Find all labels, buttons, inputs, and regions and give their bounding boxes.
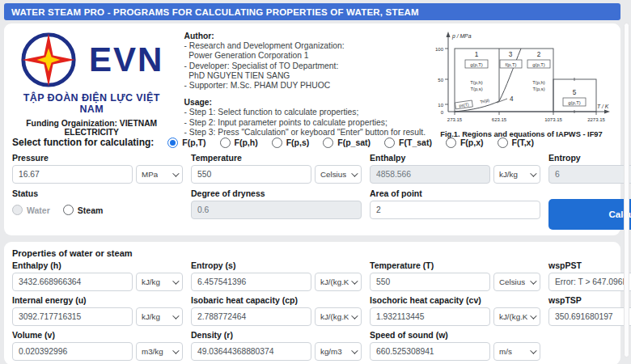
radio-f-tx[interactable]: F(T,x): [498, 138, 534, 148]
radio-f-psat[interactable]: F(p_sat): [323, 138, 371, 148]
author-line: - Research and Development Organization:: [184, 41, 426, 51]
cv-unit-select[interactable]: kJ/(kg.K): [493, 307, 540, 326]
cp-unit-select[interactable]: kJ/(kg.K): [315, 307, 362, 326]
calculation-field: Calculation: [548, 189, 631, 230]
chevron-down-icon: [530, 347, 536, 353]
internal-energy-u-unit-select[interactable]: kJ/kg: [136, 307, 183, 326]
speed-of-sound-w-unit-select[interactable]: m/s: [493, 342, 540, 361]
radio-f-ps[interactable]: F(p,s): [272, 138, 310, 148]
enthalpy-h-value-input[interactable]: [12, 273, 133, 291]
cp-value-input[interactable]: [191, 307, 311, 326]
app-window: WATER STEAM PRO - PROGRAMS FOR CALCULATI…: [0, 0, 631, 364]
wsptsp-value-input[interactable]: [548, 307, 631, 326]
chevron-down-icon: [351, 347, 358, 353]
radio-button-icon: [12, 205, 23, 215]
cv-value-input[interactable]: [370, 307, 490, 326]
usage-heading: Usage:: [184, 98, 426, 108]
usage-line: - Step 3: Press "Calculation" or keyboar…: [184, 128, 426, 138]
svg-text:T(p,h): T(p,h): [470, 80, 483, 85]
radio-button-icon: [167, 138, 178, 148]
chevron-down-icon: [530, 312, 536, 319]
result-enthalpy-h: Enthalpy (h) kJ/kg: [12, 261, 183, 291]
entropy-s-unit-select[interactable]: kJ/(kg.K): [315, 273, 362, 291]
radio-status-steam[interactable]: Steam: [63, 205, 104, 215]
status-field: Status Water Steam: [12, 189, 183, 230]
entropy-input: [548, 165, 631, 184]
enthalpy-unit-select[interactable]: kJ/kg: [493, 165, 540, 184]
radio-button-icon: [323, 138, 333, 148]
scrollbar-thumb[interactable]: [624, 23, 629, 358]
author-heading: Author:: [184, 32, 426, 41]
function-selector: Select function for calculating: F(p,T) …: [12, 136, 612, 149]
svg-text:T(p,s): T(p,s): [532, 87, 544, 91]
pressure-unit-select[interactable]: MPa: [136, 165, 183, 184]
radio-f-px[interactable]: F(p,x): [446, 138, 484, 148]
usage-line: - Step 2: Input parameter points to calc…: [184, 118, 426, 128]
area-of-point-label: Area of point: [370, 189, 540, 198]
result-isobaric-heat-capacity-cp: Isobaric heat capacity (cp) kJ/(kg.K): [191, 296, 362, 326]
radio-button-icon: [446, 138, 456, 148]
radio-f-tsat[interactable]: F(T_sat): [384, 138, 432, 148]
speed-of-sound-w-value-input[interactable]: [370, 342, 490, 361]
svg-text:0: 0: [441, 110, 444, 115]
svg-text:1073.15: 1073.15: [544, 117, 562, 122]
entropy-s-value-input[interactable]: [191, 273, 311, 291]
author-line: Power Generation Corporation 1: [184, 51, 426, 61]
svg-text:2: 2: [537, 51, 541, 58]
density-r-unit-select[interactable]: kg/m3: [315, 342, 362, 361]
svg-text:4: 4: [510, 95, 514, 103]
area-of-point-input[interactable]: [370, 201, 540, 219]
enthalpy-h-unit-select[interactable]: kJ/kg: [136, 273, 183, 291]
volume-v-unit-select[interactable]: m3/kg: [136, 342, 183, 361]
chevron-down-icon: [351, 312, 358, 319]
svg-text:p / MPa: p / MPa: [451, 33, 472, 40]
function-selector-label: Select function for calculating:: [12, 137, 154, 148]
svg-text:623.15: 623.15: [492, 117, 507, 122]
chevron-down-icon: [172, 277, 179, 284]
author-line: - Developer: Specialist of TO Department…: [184, 61, 426, 71]
svg-text:3: 3: [509, 51, 513, 58]
temperature-unit-select[interactable]: Celsius: [315, 165, 362, 184]
results-panel: Properties of water or steam Enthalpy (h…: [4, 242, 620, 364]
svg-text:g(p,T): g(p,T): [568, 100, 581, 105]
unit-label: MPa: [142, 170, 158, 179]
svg-text:g(p,T): g(p,T): [470, 62, 483, 67]
author-line: - Supporter: M.Sc. PHAM DUY PHUOC: [184, 81, 426, 91]
svg-text:1: 1: [475, 51, 479, 58]
chevron-down-icon: [172, 312, 179, 319]
evn-branding: EVN TẬP ĐOÀN ĐIỆN LỰC VIỆT NAM Funding O…: [12, 29, 172, 133]
empty-grid-cell: [548, 331, 631, 361]
wsppst-value-input[interactable]: [548, 273, 631, 291]
results-heading: Properties of water or steam: [12, 248, 612, 258]
radio-status-water[interactable]: Water: [12, 205, 50, 215]
density-r-value-input[interactable]: [191, 342, 311, 361]
temperature-t-value-input[interactable]: [370, 273, 490, 291]
radio-button-icon: [498, 138, 508, 148]
svg-text:10: 10: [438, 103, 443, 108]
svg-text:5: 5: [573, 89, 577, 96]
top-info-section: EVN TẬP ĐOÀN ĐIỆN LỰC VIỆT NAM Funding O…: [12, 29, 612, 133]
result-entropy-s: Entropy (s) kJ/(kg.K): [191, 261, 362, 291]
chevron-down-icon: [172, 170, 179, 176]
internal-energy-u-value-input[interactable]: [12, 307, 133, 326]
result-wsppst: wspPST MPa: [548, 261, 631, 291]
chevron-down-icon: [530, 170, 536, 176]
app-title-bar: WATER STEAM PRO - PROGRAMS FOR CALCULATI…: [4, 3, 620, 20]
temperature-input[interactable]: [191, 165, 311, 184]
volume-v-value-input[interactable]: [12, 342, 133, 361]
radio-f-ph[interactable]: F(p,h): [220, 138, 258, 148]
temperature-t-unit-select[interactable]: Celsius: [493, 273, 540, 291]
app-title: WATER STEAM PRO - PROGRAMS FOR CALCULATI…: [11, 7, 419, 17]
svg-text:g(p,T): g(p,T): [532, 62, 545, 67]
funding-organization-line: Funding Orgainization: VIETNAM ELECTRICI…: [12, 119, 172, 137]
iapws-regions-figure: p / MPa T / K 100 50 10 0 273.15: [430, 29, 612, 133]
svg-text:273.15: 273.15: [447, 117, 463, 122]
result-wsptsp: wspTSP Celsius: [548, 296, 631, 326]
radio-button-icon: [384, 138, 395, 148]
result-temperature-t: Temperature (T) Celsius: [370, 261, 540, 291]
enthalpy-field: Enthalpy kJ/kg: [370, 154, 540, 184]
calculation-button[interactable]: Calculation: [548, 199, 631, 230]
temperature-label: Temperature: [191, 154, 362, 163]
pressure-input[interactable]: [12, 165, 133, 184]
radio-f-pt[interactable]: F(p,T): [167, 138, 205, 148]
